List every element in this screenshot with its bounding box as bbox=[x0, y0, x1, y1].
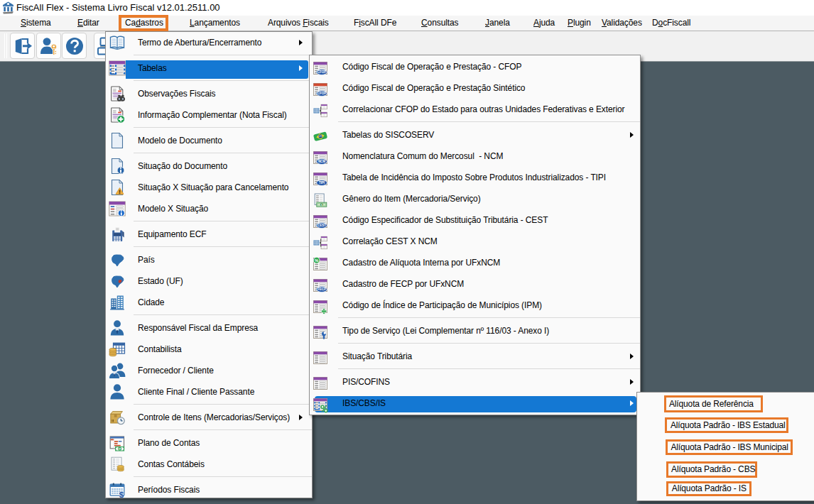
svg-text:CEST: CEST bbox=[318, 224, 326, 227]
svg-text:$: $ bbox=[119, 491, 124, 498]
svg-text:NCM: NCM bbox=[318, 160, 325, 163]
svg-text:CFOP: CFOP bbox=[318, 70, 326, 74]
svg-text:TIPI: TIPI bbox=[319, 181, 325, 185]
svg-text:FECP: FECP bbox=[318, 287, 326, 291]
svg-text:%: % bbox=[315, 258, 319, 262]
svg-text:CFOP: CFOP bbox=[318, 92, 326, 95]
